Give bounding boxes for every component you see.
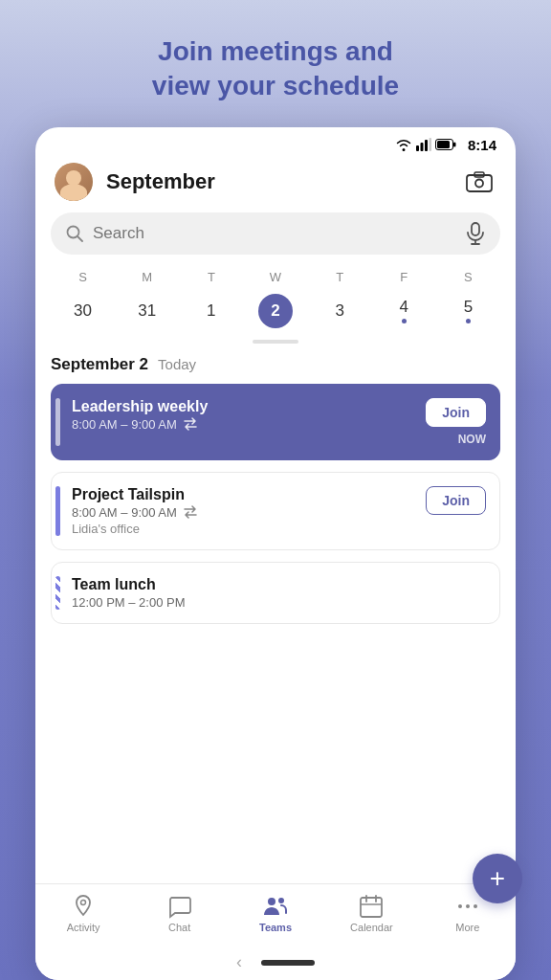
weekday-fri: F <box>372 270 436 284</box>
date-5[interactable]: 5 <box>436 290 500 332</box>
svg-rect-2 <box>425 140 428 151</box>
meeting-lunch: Team lunch 12:00 PM – 2:00 PM <box>51 562 500 624</box>
meeting-title-leadership: Leadership weekly <box>72 398 426 415</box>
wifi-icon <box>395 138 412 151</box>
phone-card: 8:14 September S <box>35 127 516 980</box>
nav-chat-label: Chat <box>168 922 190 933</box>
svg-point-22 <box>458 904 462 908</box>
meeting-info-lunch: Team lunch 12:00 PM – 2:00 PM <box>72 576 486 610</box>
repeat-icon-tailspin <box>183 505 198 519</box>
search-bar[interactable] <box>51 212 500 255</box>
status-time: 8:14 <box>468 137 496 153</box>
status-icons <box>395 138 456 151</box>
svg-line-11 <box>77 236 82 241</box>
nav-activity[interactable]: Activity <box>35 894 131 933</box>
search-input[interactable] <box>93 224 456 243</box>
meeting-accent-tailspin <box>55 486 60 536</box>
avatar[interactable] <box>55 163 93 201</box>
weekday-tue: T <box>179 270 243 284</box>
svg-rect-18 <box>361 898 382 917</box>
date-1[interactable]: 1 <box>179 290 243 332</box>
hero-title: Join meetings and view your schedule <box>152 34 399 104</box>
back-chevron[interactable]: ‹ <box>236 952 242 972</box>
meeting-accent-lunch <box>55 576 60 610</box>
meetings-list: Leadership weekly 8:00 AM – 9:00 AM Join… <box>35 384 516 883</box>
nav-calendar-label: Calendar <box>350 922 393 933</box>
nav-teams[interactable]: Teams <box>228 894 323 933</box>
weekday-wed: W <box>243 270 307 284</box>
weekday-sun: S <box>51 270 115 284</box>
nav-teams-label: Teams <box>259 922 292 933</box>
svg-rect-5 <box>437 141 450 148</box>
calendar-divider <box>51 340 500 344</box>
meeting-accent-leadership <box>55 398 60 446</box>
more-icon <box>455 894 480 919</box>
camera-button[interactable] <box>462 165 496 199</box>
battery-icon <box>435 139 456 150</box>
join-leadership-button[interactable]: Join <box>426 398 486 427</box>
activity-icon <box>71 894 96 919</box>
date-31[interactable]: 31 <box>115 290 179 332</box>
date-row: 30 31 1 2 3 4 5 <box>51 290 500 332</box>
home-indicator <box>261 960 315 966</box>
meeting-leadership: Leadership weekly 8:00 AM – 9:00 AM Join… <box>51 384 500 460</box>
svg-point-9 <box>475 179 483 187</box>
meeting-time-lunch: 12:00 PM – 2:00 PM <box>72 595 486 610</box>
nav-more-label: More <box>455 922 479 933</box>
svg-rect-0 <box>416 145 419 151</box>
svg-point-17 <box>278 898 284 903</box>
status-bar: 8:14 <box>35 127 516 159</box>
meeting-location-tailspin: Lidia's office <box>72 522 426 536</box>
meeting-time-tailspin: 8:00 AM – 9:00 AM <box>72 505 426 520</box>
camera-icon <box>466 171 493 192</box>
fab-icon: + <box>490 865 505 892</box>
meeting-time-leadership: 8:00 AM – 9:00 AM <box>72 417 426 432</box>
date-3[interactable]: 3 <box>308 290 372 332</box>
meeting-info-tailspin: Project Tailspin 8:00 AM – 9:00 AM Lidia… <box>72 486 426 536</box>
meeting-title-tailspin: Project Tailspin <box>72 486 426 503</box>
date-4[interactable]: 4 <box>372 290 436 332</box>
weekday-sat: S <box>436 270 500 284</box>
svg-point-24 <box>474 904 477 908</box>
weekday-thu: T <box>308 270 372 284</box>
nav-calendar[interactable]: Calendar <box>323 894 419 933</box>
weekday-mon: M <box>115 270 179 284</box>
signal-icon <box>416 138 431 151</box>
calendar-section: S M T W T F S 30 31 1 2 3 4 5 <box>35 270 516 355</box>
svg-rect-6 <box>453 143 456 147</box>
join-tailspin-button[interactable]: Join <box>426 486 486 515</box>
date-30[interactable]: 30 <box>51 290 115 332</box>
nav-activity-label: Activity <box>67 922 100 933</box>
svg-rect-12 <box>472 223 479 235</box>
repeat-icon <box>183 417 198 431</box>
home-bar: ‹ <box>35 945 516 980</box>
app-header: September <box>35 159 516 212</box>
meeting-actions-tailspin: Join <box>426 486 486 536</box>
microphone-icon[interactable] <box>466 222 485 245</box>
today-badge: Today <box>158 356 196 372</box>
meeting-actions-leadership: Join NOW <box>426 398 486 446</box>
day-label: September 2 Today <box>35 355 516 384</box>
meeting-info-leadership: Leadership weekly 8:00 AM – 9:00 AM <box>72 398 426 446</box>
date-2[interactable]: 2 <box>243 290 307 332</box>
bottom-nav: Activity Chat Teams Calend <box>35 883 516 945</box>
chat-icon <box>167 894 192 919</box>
svg-rect-1 <box>420 143 423 151</box>
meeting-title-lunch: Team lunch <box>72 576 486 593</box>
svg-point-15 <box>81 901 86 905</box>
calendar-icon <box>359 894 384 919</box>
svg-point-23 <box>466 904 470 908</box>
hero-section: Join meetings and view your schedule <box>114 0 437 127</box>
nav-chat[interactable]: Chat <box>131 894 227 933</box>
weekday-row: S M T W T F S <box>51 270 500 284</box>
svg-point-16 <box>268 898 276 905</box>
meeting-tailspin: Project Tailspin 8:00 AM – 9:00 AM Lidia… <box>51 472 500 550</box>
teams-icon <box>262 894 289 919</box>
selected-date: September 2 <box>51 355 148 374</box>
svg-rect-3 <box>429 138 431 151</box>
header-month: September <box>106 169 462 194</box>
fab-button[interactable]: + <box>473 854 516 903</box>
search-icon <box>66 225 83 242</box>
now-label: NOW <box>458 433 486 446</box>
